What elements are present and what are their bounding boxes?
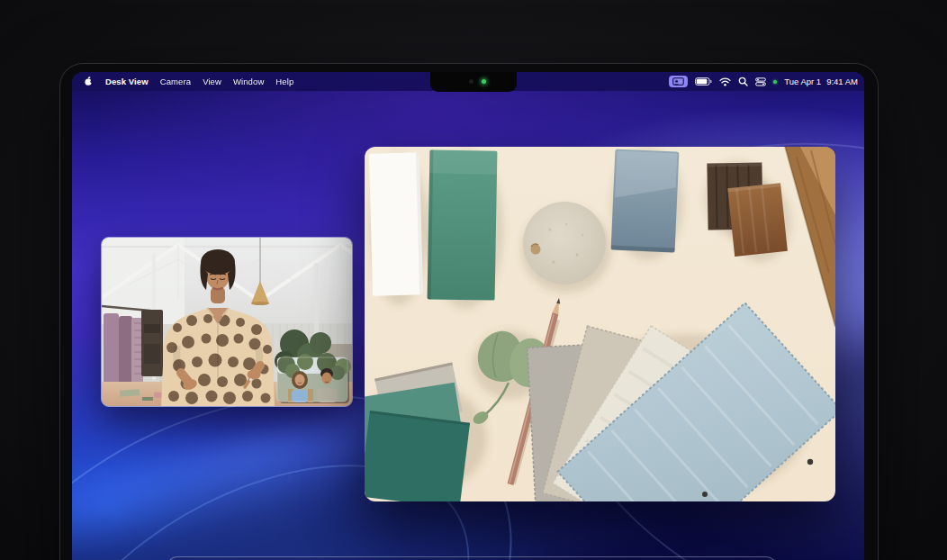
dark-wardrobe xyxy=(141,310,163,376)
deep-teal-swatch xyxy=(365,411,470,501)
ring xyxy=(249,378,252,381)
battery-icon[interactable] xyxy=(695,77,712,86)
screen-sharing-pill-icon[interactable] xyxy=(669,76,688,87)
spotlight-search-icon[interactable] xyxy=(738,77,748,86)
pip-woman-face xyxy=(295,375,305,386)
macbook-frame: Desk View Camera View Window Help xyxy=(59,63,879,560)
felt-circle-with-hole xyxy=(523,202,606,285)
menu-bar-time[interactable]: 9:41 AM xyxy=(826,77,858,86)
control-center-icon[interactable] xyxy=(755,77,766,86)
menu-camera[interactable]: Camera xyxy=(160,77,191,86)
desk-view-window[interactable] xyxy=(365,147,835,501)
display-notch xyxy=(430,72,517,92)
menu-window[interactable]: Window xyxy=(233,77,264,86)
green-tile xyxy=(428,149,498,300)
desktop-wallpaper: Desk View Camera View Window Help xyxy=(72,72,864,560)
participants-pip-thumbnail[interactable] xyxy=(277,353,351,403)
video-call-window[interactable] xyxy=(101,237,353,407)
app-menu-desk-view[interactable]: Desk View xyxy=(105,77,149,86)
white-tile xyxy=(369,152,423,295)
pip-woman-top xyxy=(292,390,308,402)
menu-bar-date[interactable]: Tue Apr 1 xyxy=(784,77,821,86)
blue-gray-glossy-tile xyxy=(611,149,680,253)
pip-man-top xyxy=(317,388,338,402)
camera-indicator-led xyxy=(482,79,486,84)
menu-help[interactable]: Help xyxy=(275,77,293,86)
apple-logo-icon[interactable] xyxy=(84,76,94,87)
desktop-scene: Desk View Camera View Window Help xyxy=(0,0,947,560)
camera-lens xyxy=(469,79,474,84)
background-window-top-edge[interactable] xyxy=(167,556,777,560)
brown-wood-swatch xyxy=(727,183,788,257)
wifi-icon[interactable] xyxy=(719,77,731,86)
menu-view[interactable]: View xyxy=(203,77,221,86)
fabric-grommet xyxy=(702,492,708,497)
camera-active-green-dot xyxy=(773,80,777,84)
fabric-grommet xyxy=(807,459,813,465)
